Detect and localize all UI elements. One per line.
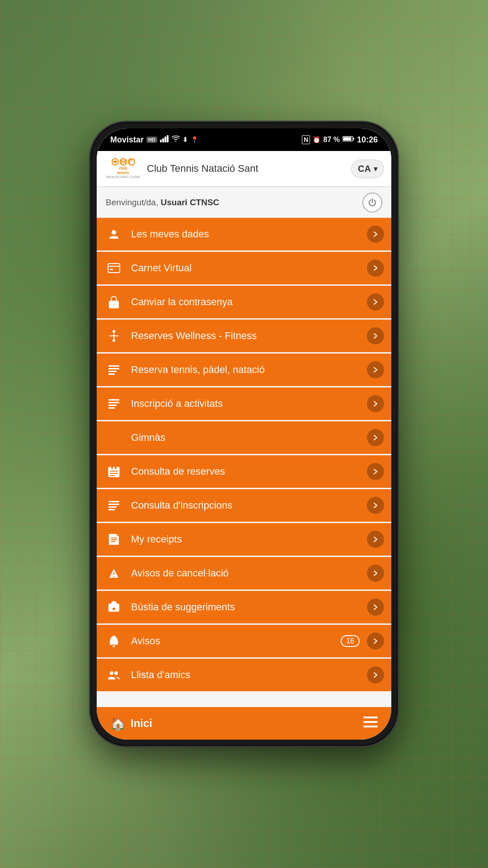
menu-item-arrow-avisos: [367, 632, 384, 650]
svg-rect-51: [363, 726, 378, 727]
menu-item-avisos[interactable]: Avisos16: [97, 625, 391, 657]
menu-item-icon-gym: [104, 428, 124, 448]
menu-item-label-my-receipts: My receipts: [131, 533, 360, 545]
signal-icon: [160, 135, 169, 144]
language-code: CA: [358, 164, 371, 174]
menu-item-friends-list[interactable]: Llista d'amics: [97, 659, 391, 691]
phone-screen: Movistar HD: [97, 128, 391, 740]
menu-item-label-change-password: Canviar la contrasenya: [131, 296, 360, 308]
menu-item-right-suggestions: [367, 599, 384, 616]
menu-item-arrow-gym: [367, 429, 384, 446]
menu-item-label-inscriptions: Inscripció a activitats: [131, 398, 360, 410]
svg-point-48: [114, 671, 118, 675]
menu-item-right-virtual-card: [367, 259, 384, 277]
menu-item-arrow-friends-list: [367, 666, 384, 684]
status-left: Movistar HD: [110, 135, 198, 145]
svg-rect-23: [108, 371, 117, 372]
svg-rect-42: [113, 572, 114, 575]
menu-item-right-gym: [367, 429, 384, 446]
menu-item-badge-avisos: 16: [341, 635, 360, 647]
menu-item-my-data[interactable]: Les meves dades: [97, 218, 391, 250]
menu-item-right-change-password: [367, 293, 384, 311]
menu-item-icon-check-reserves: [104, 462, 124, 481]
menu-item-icon-tennis-padel: [104, 360, 124, 380]
svg-rect-43: [113, 576, 114, 577]
svg-rect-0: [160, 140, 162, 142]
svg-rect-41: [111, 541, 115, 542]
svg-rect-22: [108, 368, 119, 369]
logo-icon3: [128, 158, 135, 165]
svg-point-19: [113, 330, 115, 332]
svg-rect-24: [108, 373, 115, 375]
carrier-badge: HD: [146, 137, 157, 143]
menu-item-label-gym: Gimnàs: [131, 432, 360, 443]
menu-item-label-check-inscriptions: Consulta d'inscripcions: [131, 500, 360, 511]
menu-item-icon-my-data: [104, 224, 124, 244]
menu-item-icon-cancel-notices: [104, 563, 124, 583]
menu-item-icon-my-receipts: [104, 529, 124, 549]
menu-list: Les meves dadesCarnet VirtualCanviar la …: [97, 218, 391, 707]
menu-item-change-password[interactable]: Canviar la contrasenya: [97, 286, 391, 318]
menu-item-tennis-padel[interactable]: Reserva tennis, pàdel, natació: [97, 354, 391, 386]
svg-rect-2: [164, 137, 166, 142]
battery-text: 87 %: [323, 136, 339, 144]
download-icon: ⬇: [183, 136, 188, 143]
menu-item-right-check-inscriptions: [367, 497, 384, 514]
svg-rect-32: [110, 471, 118, 472]
status-bar: Movistar HD: [97, 128, 391, 151]
menu-item-arrow-change-password: [367, 293, 384, 311]
svg-rect-37: [108, 506, 117, 508]
svg-rect-12: [108, 264, 120, 273]
svg-rect-25: [108, 399, 119, 401]
menu-icon[interactable]: [363, 716, 378, 731]
logo-icon2: [120, 158, 127, 165]
status-right: N ⏰ 87 % 10:26: [302, 135, 378, 145]
menu-item-inscriptions[interactable]: Inscripció a activitats: [97, 387, 391, 420]
menu-item-icon-friends-list: [104, 665, 124, 685]
menu-item-my-receipts[interactable]: My receipts: [97, 523, 391, 556]
menu-item-right-friends-list: [367, 666, 384, 684]
menu-item-icon-change-password: [104, 292, 124, 312]
svg-rect-39: [111, 538, 117, 538]
battery-icon: [343, 136, 354, 144]
logo-icon: [112, 158, 119, 165]
menu-item-suggestions[interactable]: Bústia de suggeriments: [97, 591, 391, 623]
welcome-prefix: Benvingut/da,: [106, 198, 160, 207]
menu-item-icon-virtual-card: [104, 258, 124, 278]
home-nav-item[interactable]: 🏠 Inici: [110, 716, 152, 731]
menu-item-right-wellness-fitness: [367, 327, 384, 344]
menu-item-check-inscriptions[interactable]: Consulta d'inscripcions: [97, 489, 391, 522]
menu-item-virtual-card[interactable]: Carnet Virtual: [97, 252, 391, 284]
svg-rect-49: [363, 717, 378, 718]
menu-item-arrow-inscriptions: [367, 395, 384, 412]
svg-point-45: [113, 608, 115, 610]
menu-item-gym[interactable]: Gimnàs: [97, 421, 391, 454]
menu-item-cancel-notices[interactable]: Avisos de cancel·lació: [97, 557, 391, 590]
hamburger-icon: [363, 717, 378, 727]
menu-item-label-cancel-notices: Avisos de cancel·lació: [131, 567, 360, 579]
menu-item-arrow-tennis-padel: [367, 361, 384, 378]
menu-item-check-reserves[interactable]: Consulta de reserves: [97, 455, 391, 488]
menu-item-wellness-fitness[interactable]: Reserves Wellness - Fitness: [97, 320, 391, 352]
menu-item-arrow-suggestions: [367, 599, 384, 616]
menu-item-label-wellness-fitness: Reserves Wellness - Fitness: [131, 330, 360, 342]
svg-point-9: [120, 159, 127, 165]
menu-item-arrow-virtual-card: [367, 259, 384, 277]
menu-item-label-virtual-card: Carnet Virtual: [131, 262, 360, 274]
svg-point-11: [112, 230, 116, 235]
menu-item-icon-wellness-fitness: [104, 326, 124, 346]
svg-rect-28: [108, 407, 115, 409]
menu-item-label-my-data: Les meves dades: [131, 228, 360, 240]
bottom-nav: 🏠 Inici: [97, 707, 391, 740]
time-label: 10:26: [357, 135, 378, 145]
svg-rect-33: [110, 473, 118, 474]
svg-rect-31: [115, 466, 117, 469]
app-header: club tennis NATACIÓ SANT CUGAT Club Tenn…: [97, 151, 391, 187]
language-selector[interactable]: CA ▾: [351, 160, 384, 178]
svg-rect-38: [108, 509, 115, 510]
svg-rect-27: [108, 405, 117, 406]
svg-rect-46: [113, 646, 115, 647]
power-button[interactable]: [362, 193, 382, 212]
welcome-bar: Benvingut/da, Usuari CTNSC: [97, 187, 391, 218]
menu-item-icon-avisos: [104, 631, 124, 651]
